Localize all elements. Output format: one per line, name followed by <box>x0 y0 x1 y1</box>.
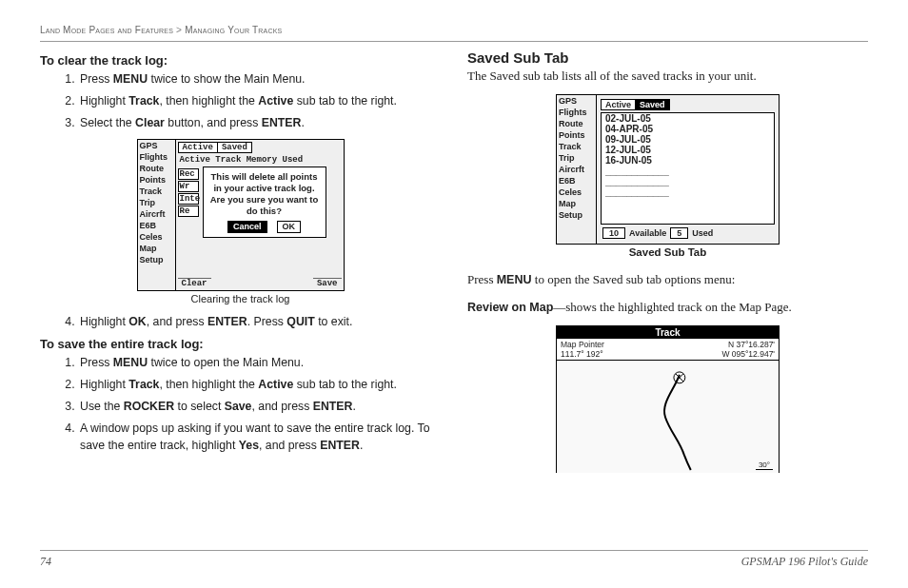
dev-sidebar: GPS Flights Route Points Track Trip Airc… <box>138 140 176 290</box>
list-item: Highlight OK, and press ENTER. Press QUI… <box>78 314 441 331</box>
mini-col: Rec Wr Inte Re <box>178 168 199 218</box>
side-item: Setup <box>138 254 175 265</box>
tab-saved-active: Saved <box>635 99 670 110</box>
scale-label: 30° <box>756 461 773 470</box>
crumb-a: Land Mode Pages and Features <box>40 25 173 35</box>
para-menu: Press MENU to open the Saved sub tab opt… <box>467 271 868 289</box>
side-item: Track <box>557 141 596 152</box>
side-item: GPS <box>557 95 596 107</box>
map-pointer-vals: 111.7° 192° <box>561 349 604 359</box>
list-clear-cont: Highlight OK, and press ENTER. Press QUI… <box>40 314 441 331</box>
side-item: Points <box>138 174 175 186</box>
map-body: 30° <box>557 361 779 473</box>
side-item: GPS <box>138 140 175 151</box>
track-path-icon <box>557 361 779 472</box>
intro-para: The Saved sub tab lists all of the saved… <box>467 68 868 85</box>
figure-saved-tab: GPS Flights Route Points Track Trip Airc… <box>556 94 780 245</box>
tab-saved: Saved <box>217 142 252 153</box>
side-item: E6B <box>557 175 596 186</box>
list-item: 04-APR-05 <box>602 124 774 134</box>
list-item: ____________ <box>602 186 774 197</box>
list-item: Press MENU twice to show the Main Menu. <box>78 71 441 88</box>
side-item: Points <box>557 129 596 141</box>
side-item: Aircrft <box>557 164 596 175</box>
used-label: Used <box>692 228 713 238</box>
avail-count: 10 <box>602 227 625 239</box>
list-save: Press MENU twice to open the Main Menu. … <box>40 355 441 454</box>
ok-button: OK <box>277 221 302 233</box>
breadcrumb: Land Mode Pages and Features > Managing … <box>40 25 868 35</box>
footer: 74 GPSMAP 196 Pilot's Guide <box>40 550 868 569</box>
cancel-button: Cancel <box>227 221 267 233</box>
tab-active: Active <box>178 142 217 153</box>
col-right: Saved Sub Tab The Saved sub tab lists al… <box>467 49 868 473</box>
coord-n: N 37°16.287' <box>721 340 775 349</box>
caption-saved: Saved Sub Tab <box>467 246 868 258</box>
heading-clear: To clear the track log: <box>40 53 441 68</box>
list-item: Press MENU twice to open the Main Menu. <box>78 355 441 372</box>
side-item: Route <box>138 163 175 174</box>
rule-top <box>40 41 868 42</box>
status-bar: 10 Available 5 Used <box>599 226 777 240</box>
para-review: Review on Map—shows the highlighted trac… <box>467 299 868 317</box>
side-item: Setup <box>557 209 596 221</box>
list-item: ____________ <box>602 166 774 176</box>
tab-active: Active <box>601 99 635 110</box>
list-item: Highlight Track, then highlight the Acti… <box>78 93 441 110</box>
mini-item: Rec <box>178 168 199 180</box>
dev-sidebar: GPS Flights Route Points Track Trip Airc… <box>557 95 597 244</box>
page-number: 74 <box>40 555 51 569</box>
avail-label: Available <box>629 228 666 238</box>
list-item: 09-JUL-05 <box>602 134 774 145</box>
side-item: Flights <box>557 107 596 118</box>
figure-clear-dialog: GPS Flights Route Points Track Trip Airc… <box>137 139 345 291</box>
side-item: Map <box>138 243 175 254</box>
list-item: 16-JUN-05 <box>602 155 774 166</box>
clear-label: Clear <box>178 278 211 288</box>
figure-map: Track Map Pointer 111.7° 192° N 37°16.28… <box>556 325 780 473</box>
coord-w: W 095°12.947' <box>721 349 775 359</box>
side-item: Trip <box>138 197 175 208</box>
map-pointer-label: Map Pointer <box>561 340 604 349</box>
dialog-text: This will delete all points in your acti… <box>207 171 322 217</box>
side-item: E6B <box>138 220 175 231</box>
mini-item: Inte <box>178 193 199 205</box>
section-title: Saved Sub Tab <box>467 49 868 66</box>
map-title: Track <box>557 326 779 339</box>
saved-list: 02-JUL-05 04-APR-05 09-JUL-05 12-JUL-05 … <box>601 112 775 225</box>
save-label: Save <box>313 278 342 288</box>
list-item: A window pops up asking if you want to s… <box>78 421 441 455</box>
list-item: 12-JUL-05 <box>602 145 774 155</box>
mini-item: Re <box>178 206 199 217</box>
crumb-b: Managing Your Tracks <box>185 25 282 35</box>
list-item: 02-JUL-05 <box>602 113 774 124</box>
list-clear: Press MENU twice to show the Main Menu. … <box>40 71 441 131</box>
confirm-dialog: This will delete all points in your acti… <box>203 167 326 238</box>
side-item: Trip <box>557 152 596 164</box>
list-item: Highlight Track, then highlight the Acti… <box>78 377 441 394</box>
crumb-sep: > <box>176 25 182 35</box>
side-item: Aircrft <box>138 208 175 220</box>
caption-clear: Clearing the track log <box>40 293 441 304</box>
mini-item: Wr <box>178 181 199 192</box>
side-item: Map <box>557 198 596 209</box>
list-item: ____________ <box>602 176 774 186</box>
book-title: GPSMAP 196 Pilot's Guide <box>741 555 868 569</box>
side-item: Celes <box>138 231 175 243</box>
col-left: To clear the track log: Press MENU twice… <box>40 49 441 473</box>
side-item: Track <box>138 186 175 197</box>
side-item: Flights <box>138 151 175 163</box>
used-count: 5 <box>670 227 688 239</box>
list-item: Use the ROCKER to select Save, and press… <box>78 399 441 416</box>
heading-save: To save the entire track log: <box>40 337 441 351</box>
list-item: Select the Clear button, and press ENTER… <box>78 115 441 132</box>
side-item: Celes <box>557 186 596 198</box>
mem-line: Active Track Memory Used <box>176 153 344 167</box>
side-item: Route <box>557 118 596 129</box>
